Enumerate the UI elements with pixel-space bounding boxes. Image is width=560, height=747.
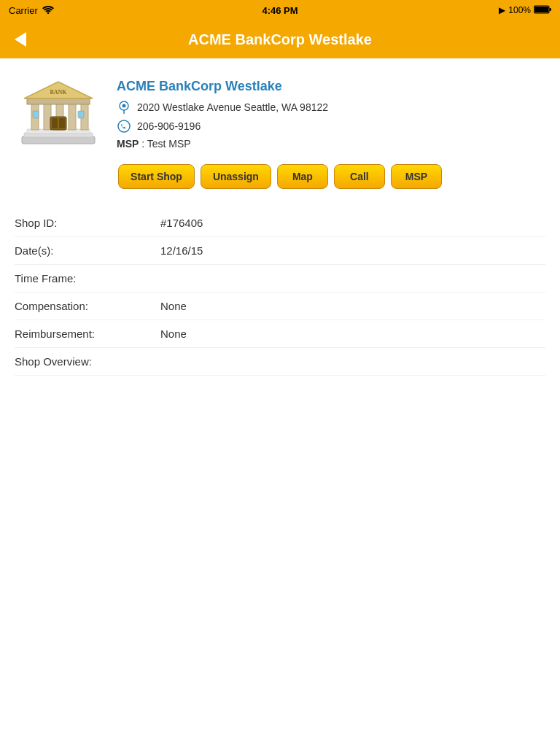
status-bar-left: Carrier xyxy=(9,5,54,16)
store-phone-row: 206-906-9196 xyxy=(117,119,545,133)
reimbursement-label: Reimbursement: xyxy=(15,328,160,340)
svg-rect-12 xyxy=(27,98,90,104)
shop-overview-label: Shop Overview: xyxy=(15,355,160,368)
msp-button[interactable]: MSP xyxy=(391,164,442,189)
svg-point-23 xyxy=(118,120,130,132)
svg-rect-16 xyxy=(52,118,58,128)
svg-rect-19 xyxy=(78,111,84,118)
time-frame-label: Time Frame: xyxy=(15,272,160,285)
unassign-button[interactable]: Unassign xyxy=(201,164,271,189)
svg-rect-10 xyxy=(69,104,76,130)
location-icon xyxy=(117,100,131,115)
start-shop-button[interactable]: Start Shop xyxy=(118,164,195,189)
svg-point-0 xyxy=(47,12,49,13)
msp-label: MSP xyxy=(117,138,139,150)
svg-text:BANK: BANK xyxy=(50,89,67,96)
nav-bar: ACME BankCorp Westlake xyxy=(0,20,560,58)
msp-separator: : xyxy=(141,138,147,150)
store-details: ACME BankCorp Westlake 2020 Westlake Ave… xyxy=(117,76,545,150)
action-buttons: Start Shop Unassign Map Call MSP xyxy=(15,164,545,189)
svg-rect-17 xyxy=(59,118,65,128)
msp-value: Test MSP xyxy=(147,138,191,150)
back-button[interactable] xyxy=(9,26,32,53)
svg-rect-3 xyxy=(534,7,548,12)
wifi-icon xyxy=(42,5,54,16)
compensation-label: Compensation: xyxy=(15,300,160,312)
status-bar: Carrier 4:46 PM ▶ 100% xyxy=(0,0,560,20)
dates-label: Date(s): xyxy=(15,244,160,257)
carrier-label: Carrier xyxy=(9,5,38,16)
map-button[interactable]: Map xyxy=(277,164,328,189)
dates-value: 12/16/15 xyxy=(160,244,545,257)
compensation-value: None xyxy=(160,300,545,312)
reimbursement-row: Reimbursement: None xyxy=(15,320,545,348)
store-address-row: 2020 Westlake Avenue Seattle, WA 98122 xyxy=(117,100,545,115)
svg-rect-2 xyxy=(550,8,552,11)
back-arrow-icon xyxy=(15,32,26,47)
store-msp: MSP : Test MSP xyxy=(117,138,545,150)
battery-label: 100% xyxy=(508,5,531,15)
status-bar-right: ▶ 100% xyxy=(499,5,551,16)
phone-icon xyxy=(117,119,131,133)
location-status-icon: ▶ xyxy=(499,5,505,15)
shop-id-row: Shop ID: #176406 xyxy=(15,209,545,237)
status-bar-time: 4:46 PM xyxy=(262,5,298,16)
shop-overview-row: Shop Overview: xyxy=(15,348,545,376)
bank-building-icon: BANK xyxy=(18,78,98,147)
shop-id-value: #176406 xyxy=(160,217,545,229)
compensation-row: Compensation: None xyxy=(15,293,545,320)
main-content: BANK ACME BankCorp Westlake 2020 Westlak… xyxy=(0,58,560,393)
store-logo: BANK xyxy=(15,76,102,149)
nav-title: ACME BankCorp Westlake xyxy=(188,31,372,48)
store-phone: 206-906-9196 xyxy=(137,120,201,132)
store-info-section: BANK ACME BankCorp Westlake 2020 Westlak… xyxy=(15,76,545,150)
shop-id-label: Shop ID: xyxy=(15,217,160,229)
battery-icon xyxy=(534,5,551,16)
store-address: 2020 Westlake Avenue Seattle, WA 98122 xyxy=(137,101,328,113)
details-table: Shop ID: #176406 Date(s): 12/16/15 Time … xyxy=(15,209,545,376)
time-frame-row: Time Frame: xyxy=(15,265,545,293)
svg-point-21 xyxy=(122,104,126,108)
dates-row: Date(s): 12/16/15 xyxy=(15,237,545,265)
svg-rect-4 xyxy=(22,136,95,144)
reimbursement-value: None xyxy=(160,328,545,340)
call-button[interactable]: Call xyxy=(334,164,385,189)
store-name: ACME BankCorp Westlake xyxy=(117,79,545,94)
svg-rect-18 xyxy=(33,111,39,118)
